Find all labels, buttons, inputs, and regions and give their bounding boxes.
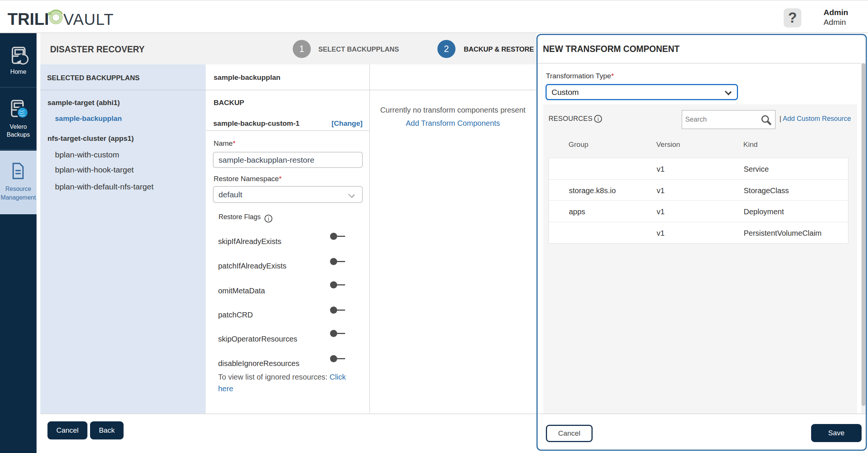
svg-text:TRILI: TRILI	[8, 10, 49, 28]
svg-text:VAULT: VAULT	[63, 11, 114, 28]
